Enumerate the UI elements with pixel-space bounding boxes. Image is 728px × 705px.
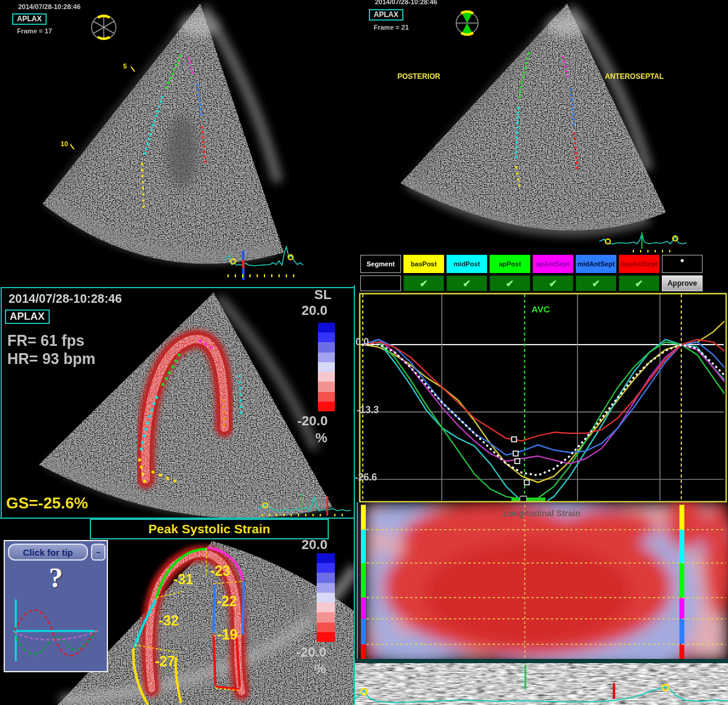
timestamp-top-right: 2014/07/28-10:28:46	[375, 0, 437, 6]
peak-strain-value-basPost: -27	[155, 653, 175, 669]
ecg-trace-top-right	[599, 232, 687, 252]
segment-header-midPost[interactable]: midPost	[447, 255, 487, 273]
peak-strain-title: Peak Systolic Strain	[149, 522, 271, 536]
depth-mark-5: 5	[123, 63, 127, 70]
tip-mini-strain-chart	[10, 597, 101, 666]
click-for-tip-button[interactable]: Click for tip	[8, 544, 88, 561]
wall-label-posterior: POSTERIOR	[397, 73, 440, 81]
strain-colorbar-sl	[318, 323, 335, 411]
segment-approve-table: Segment basPost midPost apPost apAntSept…	[360, 255, 705, 291]
column-divider	[354, 285, 355, 705]
curved-mmode-strain-map: Longitudinal Strain	[355, 502, 728, 661]
view-label-top-left: APLAX	[12, 13, 47, 25]
timestamp-top-left: 2014/07/28-10:28:46	[18, 4, 81, 11]
ultrasound-image-top-left	[0, 0, 355, 285]
frame-counter-top-right: Frame = 21	[374, 24, 409, 32]
segment-header-apPost[interactable]: apPost	[490, 255, 530, 273]
colorbar-max-sl: 20.0	[302, 303, 328, 317]
strain-curve-apAntSept	[363, 340, 728, 464]
peak-marker	[511, 437, 516, 442]
segment-header-basPost[interactable]: basPost	[403, 255, 444, 273]
peak-strain-value-basAntSept: -19	[217, 627, 237, 643]
segment-color-bar-right	[679, 505, 684, 660]
heart-rate-label: HR= 93 bpm	[7, 351, 95, 366]
tip-widget: Click for tip − ?	[4, 540, 108, 672]
segment-row-label-empty	[360, 275, 401, 291]
view-label-top-right: APLAX	[369, 9, 403, 21]
check-midPost[interactable]: ✔	[447, 275, 487, 291]
echo-strain-quad-screen: 2014/07/28-10:28:46 APLAX Frame = 17 5 1…	[0, 0, 728, 705]
segment-header-midAntSept[interactable]: midAntSept	[576, 255, 616, 273]
colorbar-max-peak: 20.0	[302, 538, 328, 552]
check-midAntSept[interactable]: ✔	[576, 275, 616, 291]
wall-label-anteroseptal: ANTEROSEPTAL	[605, 73, 664, 81]
colorbar-min-sl: -20.0	[297, 414, 328, 428]
strain-curves-graph	[355, 292, 728, 502]
ultrasound-image-top-right	[355, 0, 728, 255]
tip-question-glyph: ?	[5, 562, 107, 594]
cycle-wheel-icon	[89, 12, 119, 42]
cycle-wheel-icon-filled	[453, 9, 481, 37]
depth-mark-10: 10	[61, 141, 68, 148]
peak-marker	[513, 451, 518, 456]
peak-strain-value-apAntSept: -23	[210, 563, 230, 579]
peak-strain-value-midPost: -32	[158, 613, 178, 629]
strain-colorbar-peak	[317, 553, 335, 642]
colorbar-min-peak: -20.0	[296, 645, 326, 659]
avc-marker-label: AVC	[531, 305, 550, 314]
check-apAntSept[interactable]: ✔	[533, 275, 573, 291]
segment-header-apAntSept[interactable]: apAntSept	[533, 255, 573, 273]
colorbar-unit-peak: %	[314, 662, 326, 676]
y-tick-26: -26.6	[355, 473, 377, 483]
gray-mmode-ecg-strip	[355, 661, 728, 705]
approve-button[interactable]: Approve	[662, 275, 703, 291]
strain-curve-apPost	[363, 342, 728, 499]
tip-minimize-button[interactable]: −	[91, 544, 106, 561]
global-strain-value: GS=-25.6%	[6, 495, 88, 511]
cursor-dot	[681, 259, 684, 262]
peak-strain-title-box: Peak Systolic Strain	[90, 519, 329, 539]
ultrasound-image-strain-live	[0, 285, 355, 519]
peak-strain-value-apPost: -31	[173, 572, 193, 587]
frame-counter-top-left: Frame = 17	[17, 28, 52, 35]
peak-strain-value-midAntSept: -22	[217, 593, 237, 609]
segment-color-bar-left	[361, 505, 366, 660]
peak-marker	[524, 480, 529, 485]
view-label-mid-left: APLAX	[5, 309, 50, 324]
check-apPost[interactable]: ✔	[490, 275, 530, 291]
check-basAntSept[interactable]: ✔	[619, 275, 659, 291]
timestamp-mid-left: 2014/07/28-10:28:46	[8, 292, 122, 305]
y-tick-0: 0.0	[356, 337, 369, 348]
mmode-title: Longitudinal Strain	[503, 508, 581, 518]
peak-marker	[515, 459, 520, 464]
cursor-cell	[662, 255, 703, 273]
check-basPost[interactable]: ✔	[403, 275, 444, 291]
y-tick-13: -13.3	[357, 405, 379, 416]
colorbar-label-sl: SL	[314, 288, 331, 302]
colorbar-unit-sl: %	[315, 431, 328, 445]
segment-header-basAntSept[interactable]: basAntSept	[619, 255, 659, 273]
segment-table-header: Segment	[360, 255, 401, 273]
frame-rate-label: FR= 61 fps	[7, 332, 84, 348]
